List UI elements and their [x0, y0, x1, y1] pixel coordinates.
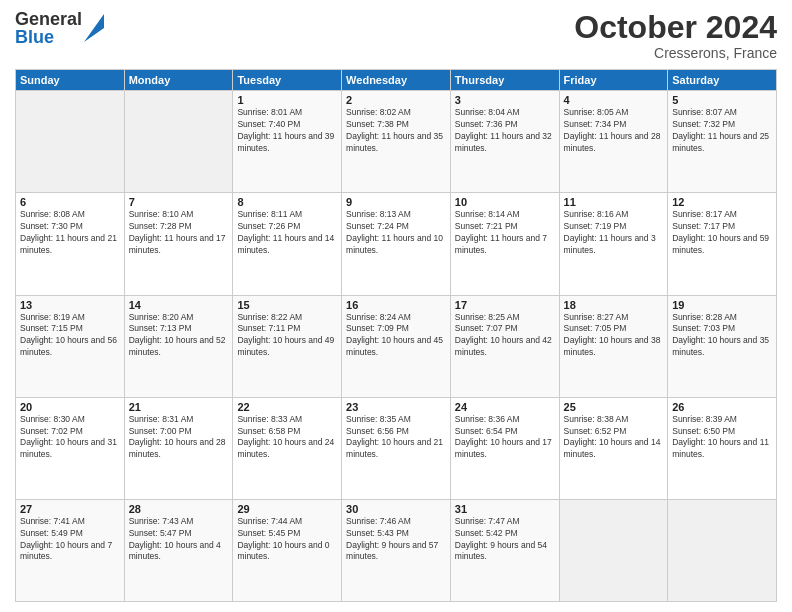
col-thursday: Thursday: [450, 70, 559, 91]
calendar-week-1: 1Sunrise: 8:01 AMSunset: 7:40 PMDaylight…: [16, 91, 777, 193]
day-info: Sunrise: 8:28 AMSunset: 7:03 PMDaylight:…: [672, 312, 772, 360]
day-number: 27: [20, 503, 120, 515]
day-number: 12: [672, 196, 772, 208]
day-number: 3: [455, 94, 555, 106]
day-number: 20: [20, 401, 120, 413]
calendar-cell: 29Sunrise: 7:44 AMSunset: 5:45 PMDayligh…: [233, 499, 342, 601]
day-number: 2: [346, 94, 446, 106]
day-number: 9: [346, 196, 446, 208]
day-info: Sunrise: 8:20 AMSunset: 7:13 PMDaylight:…: [129, 312, 229, 360]
day-info: Sunrise: 7:46 AMSunset: 5:43 PMDaylight:…: [346, 516, 446, 564]
page: General Blue October 2024 Cresserons, Fr…: [0, 0, 792, 612]
calendar-cell: 16Sunrise: 8:24 AMSunset: 7:09 PMDayligh…: [342, 295, 451, 397]
day-info: Sunrise: 8:33 AMSunset: 6:58 PMDaylight:…: [237, 414, 337, 462]
logo-blue: Blue: [15, 28, 82, 46]
calendar-cell: 1Sunrise: 8:01 AMSunset: 7:40 PMDaylight…: [233, 91, 342, 193]
day-info: Sunrise: 7:47 AMSunset: 5:42 PMDaylight:…: [455, 516, 555, 564]
calendar-header-row: Sunday Monday Tuesday Wednesday Thursday…: [16, 70, 777, 91]
col-monday: Monday: [124, 70, 233, 91]
calendar-week-4: 20Sunrise: 8:30 AMSunset: 7:02 PMDayligh…: [16, 397, 777, 499]
day-number: 26: [672, 401, 772, 413]
day-info: Sunrise: 8:04 AMSunset: 7:36 PMDaylight:…: [455, 107, 555, 155]
calendar-cell: 3Sunrise: 8:04 AMSunset: 7:36 PMDaylight…: [450, 91, 559, 193]
day-info: Sunrise: 7:43 AMSunset: 5:47 PMDaylight:…: [129, 516, 229, 564]
day-info: Sunrise: 8:10 AMSunset: 7:28 PMDaylight:…: [129, 209, 229, 257]
day-number: 28: [129, 503, 229, 515]
day-info: Sunrise: 8:11 AMSunset: 7:26 PMDaylight:…: [237, 209, 337, 257]
calendar-cell: 19Sunrise: 8:28 AMSunset: 7:03 PMDayligh…: [668, 295, 777, 397]
day-number: 6: [20, 196, 120, 208]
day-info: Sunrise: 8:24 AMSunset: 7:09 PMDaylight:…: [346, 312, 446, 360]
day-info: Sunrise: 8:38 AMSunset: 6:52 PMDaylight:…: [564, 414, 664, 462]
day-info: Sunrise: 8:22 AMSunset: 7:11 PMDaylight:…: [237, 312, 337, 360]
day-number: 1: [237, 94, 337, 106]
day-info: Sunrise: 7:41 AMSunset: 5:49 PMDaylight:…: [20, 516, 120, 564]
day-info: Sunrise: 8:07 AMSunset: 7:32 PMDaylight:…: [672, 107, 772, 155]
logo: General Blue: [15, 10, 104, 46]
day-number: 29: [237, 503, 337, 515]
calendar-cell: 31Sunrise: 7:47 AMSunset: 5:42 PMDayligh…: [450, 499, 559, 601]
day-info: Sunrise: 7:44 AMSunset: 5:45 PMDaylight:…: [237, 516, 337, 564]
day-info: Sunrise: 8:08 AMSunset: 7:30 PMDaylight:…: [20, 209, 120, 257]
day-info: Sunrise: 8:36 AMSunset: 6:54 PMDaylight:…: [455, 414, 555, 462]
day-number: 4: [564, 94, 664, 106]
day-info: Sunrise: 8:31 AMSunset: 7:00 PMDaylight:…: [129, 414, 229, 462]
calendar-week-2: 6Sunrise: 8:08 AMSunset: 7:30 PMDaylight…: [16, 193, 777, 295]
day-number: 31: [455, 503, 555, 515]
calendar-cell: 24Sunrise: 8:36 AMSunset: 6:54 PMDayligh…: [450, 397, 559, 499]
calendar-cell: 27Sunrise: 7:41 AMSunset: 5:49 PMDayligh…: [16, 499, 125, 601]
logo-text: General Blue: [15, 10, 82, 46]
day-info: Sunrise: 8:35 AMSunset: 6:56 PMDaylight:…: [346, 414, 446, 462]
day-info: Sunrise: 8:05 AMSunset: 7:34 PMDaylight:…: [564, 107, 664, 155]
day-number: 22: [237, 401, 337, 413]
calendar-cell: 14Sunrise: 8:20 AMSunset: 7:13 PMDayligh…: [124, 295, 233, 397]
day-info: Sunrise: 8:02 AMSunset: 7:38 PMDaylight:…: [346, 107, 446, 155]
col-sunday: Sunday: [16, 70, 125, 91]
calendar-cell: 20Sunrise: 8:30 AMSunset: 7:02 PMDayligh…: [16, 397, 125, 499]
day-number: 23: [346, 401, 446, 413]
col-friday: Friday: [559, 70, 668, 91]
calendar-cell: 23Sunrise: 8:35 AMSunset: 6:56 PMDayligh…: [342, 397, 451, 499]
header: General Blue October 2024 Cresserons, Fr…: [15, 10, 777, 61]
day-number: 7: [129, 196, 229, 208]
calendar-cell: 8Sunrise: 8:11 AMSunset: 7:26 PMDaylight…: [233, 193, 342, 295]
calendar-cell: [559, 499, 668, 601]
calendar-table: Sunday Monday Tuesday Wednesday Thursday…: [15, 69, 777, 602]
location: Cresserons, France: [574, 45, 777, 61]
calendar-cell: 5Sunrise: 8:07 AMSunset: 7:32 PMDaylight…: [668, 91, 777, 193]
calendar-cell: 2Sunrise: 8:02 AMSunset: 7:38 PMDaylight…: [342, 91, 451, 193]
day-number: 19: [672, 299, 772, 311]
col-tuesday: Tuesday: [233, 70, 342, 91]
calendar-cell: 12Sunrise: 8:17 AMSunset: 7:17 PMDayligh…: [668, 193, 777, 295]
col-wednesday: Wednesday: [342, 70, 451, 91]
day-number: 18: [564, 299, 664, 311]
day-info: Sunrise: 8:17 AMSunset: 7:17 PMDaylight:…: [672, 209, 772, 257]
svg-marker-0: [84, 14, 104, 42]
logo-general: General: [15, 10, 82, 28]
day-number: 15: [237, 299, 337, 311]
month-title: October 2024: [574, 10, 777, 45]
calendar-cell: [16, 91, 125, 193]
day-info: Sunrise: 8:13 AMSunset: 7:24 PMDaylight:…: [346, 209, 446, 257]
day-number: 10: [455, 196, 555, 208]
calendar-cell: 22Sunrise: 8:33 AMSunset: 6:58 PMDayligh…: [233, 397, 342, 499]
calendar-cell: 10Sunrise: 8:14 AMSunset: 7:21 PMDayligh…: [450, 193, 559, 295]
day-info: Sunrise: 8:39 AMSunset: 6:50 PMDaylight:…: [672, 414, 772, 462]
calendar-cell: [668, 499, 777, 601]
calendar-cell: 30Sunrise: 7:46 AMSunset: 5:43 PMDayligh…: [342, 499, 451, 601]
day-number: 24: [455, 401, 555, 413]
day-number: 30: [346, 503, 446, 515]
day-info: Sunrise: 8:19 AMSunset: 7:15 PMDaylight:…: [20, 312, 120, 360]
calendar-cell: [124, 91, 233, 193]
calendar-cell: 13Sunrise: 8:19 AMSunset: 7:15 PMDayligh…: [16, 295, 125, 397]
calendar-cell: 25Sunrise: 8:38 AMSunset: 6:52 PMDayligh…: [559, 397, 668, 499]
day-number: 13: [20, 299, 120, 311]
logo-icon: [84, 14, 104, 42]
calendar-week-3: 13Sunrise: 8:19 AMSunset: 7:15 PMDayligh…: [16, 295, 777, 397]
calendar-cell: 7Sunrise: 8:10 AMSunset: 7:28 PMDaylight…: [124, 193, 233, 295]
calendar-cell: 28Sunrise: 7:43 AMSunset: 5:47 PMDayligh…: [124, 499, 233, 601]
title-block: October 2024 Cresserons, France: [574, 10, 777, 61]
calendar-week-5: 27Sunrise: 7:41 AMSunset: 5:49 PMDayligh…: [16, 499, 777, 601]
calendar-cell: 18Sunrise: 8:27 AMSunset: 7:05 PMDayligh…: [559, 295, 668, 397]
calendar-cell: 11Sunrise: 8:16 AMSunset: 7:19 PMDayligh…: [559, 193, 668, 295]
